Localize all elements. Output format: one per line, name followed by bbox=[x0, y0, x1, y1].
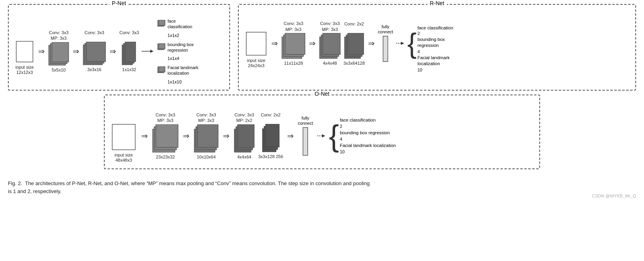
pnet-out3-icon bbox=[157, 66, 166, 74]
rnet-layer3-dim: 3x3x64128 bbox=[343, 61, 365, 66]
pnet-out3-num: 1x1x10 bbox=[168, 79, 199, 84]
pnet-input: input size 12x12x3 bbox=[14, 27, 35, 75]
onet-layer1-label: Conv: 3x3 MP: 3x3 bbox=[155, 112, 175, 124]
pnet-title: P-Net bbox=[109, 0, 128, 6]
onet-out2: bounding box regression bbox=[340, 130, 396, 135]
rnet-arrow2: ⇒ bbox=[308, 39, 316, 48]
rnet-output-area: { face classification 2 bounding boxregr… bbox=[407, 25, 453, 61]
svg-rect-18 bbox=[246, 32, 266, 55]
svg-rect-34 bbox=[156, 124, 178, 147]
onet-input-label: input size 48x48x3 bbox=[115, 153, 133, 163]
onet-layer4-svg bbox=[262, 124, 280, 153]
rnet-layer1-label: Conv: 3x3 MP: 3x3 bbox=[284, 21, 303, 32]
svg-rect-17 bbox=[159, 66, 165, 72]
rnet-content: input size 24x24x3 ⇒ Conv: 3x3 MP: 3x3 1… bbox=[244, 18, 630, 68]
rnet-fc-svg bbox=[382, 35, 389, 62]
pnet-out2-num: 1x1x4 bbox=[168, 56, 199, 61]
rnet-layer1: Conv: 3x3 MP: 3x3 11x11x28 bbox=[281, 21, 306, 66]
pnet-layer3-label: Conv: 3x3 bbox=[119, 30, 139, 41]
onet-dash-arrow bbox=[317, 132, 325, 140]
onet-layer2-label: Conv: 3x3 MP: 3x3 bbox=[196, 112, 216, 124]
svg-rect-28 bbox=[383, 36, 388, 62]
rnet-brace: { bbox=[407, 29, 416, 57]
svg-rect-13 bbox=[159, 20, 165, 25]
onet-out2-num: 4 bbox=[340, 137, 396, 141]
rnet-arrow3: ⇒ bbox=[367, 39, 376, 48]
onet-output-area: { face classification 2 bounding box reg… bbox=[329, 117, 396, 155]
onet-content: input size 48x48x3 ⇒ Conv: 3x3 MP: 3x3 2… bbox=[110, 109, 534, 163]
onet-box: O-Net input size 48x48x3 ⇒ Conv: 3x3 MP:… bbox=[104, 95, 540, 169]
onet-out1-num: 2 bbox=[340, 124, 396, 129]
rnet-dash-arrow bbox=[396, 39, 404, 47]
onet-fc-svg bbox=[302, 127, 309, 156]
onet-layer4: Conv: 2x2 3x3x128 256 bbox=[258, 112, 283, 159]
arrow3: ⇒ bbox=[109, 46, 117, 56]
rnet-input-svg bbox=[244, 30, 268, 57]
rnet-out1: face classification bbox=[418, 25, 453, 30]
onet-out3-num: 10 bbox=[340, 149, 396, 154]
pnet-out1-label: faceclassification bbox=[168, 18, 192, 30]
pnet-out2-label: bounding boxregression bbox=[168, 42, 194, 53]
onet-layer2-svg bbox=[194, 124, 219, 154]
rnet-brace-items: face classification 2 bounding boxregres… bbox=[418, 25, 453, 61]
svg-marker-11 bbox=[150, 50, 153, 53]
onet-arrow2: ⇒ bbox=[182, 131, 190, 141]
onet-out3: Facial landmark localization bbox=[340, 143, 396, 148]
caption-text: Fig. 2. The architectures of P-Net, R-Ne… bbox=[8, 180, 563, 195]
rnet-layer3-svg bbox=[344, 33, 364, 60]
onet-arrow3: ⇒ bbox=[222, 131, 230, 141]
rnet-layer2-label: Conv: 3x3 MP: 3x3 bbox=[320, 21, 340, 32]
onet-input-svg bbox=[110, 122, 137, 152]
pnet-layer3-svg bbox=[121, 42, 137, 66]
onet-layer1-dim: 23x23x32 bbox=[156, 155, 175, 160]
onet-layer4-label: Conv: 2x2 bbox=[261, 112, 281, 123]
onet-layer2: Conv: 3x3 MP: 3x3 10x10x64 bbox=[194, 112, 219, 160]
onet-layer3: Conv: 3x3 MP: 2x2 4x4x64 bbox=[234, 112, 255, 160]
svg-rect-27 bbox=[348, 33, 364, 54]
pnet-layer1-svg bbox=[48, 42, 69, 67]
pnet-input-svg bbox=[14, 39, 35, 64]
rnet-fc: fully connect bbox=[378, 24, 393, 62]
pnet-layer1: Conv: 3x3 MP: 3x3 5x5x10 bbox=[48, 30, 69, 73]
onet-arrow1: ⇒ bbox=[140, 131, 149, 141]
onet-layer3-svg bbox=[234, 124, 255, 154]
svg-rect-15 bbox=[159, 43, 165, 49]
pnet-layer2-svg bbox=[82, 42, 106, 66]
pnet-layer2-dim: 3x3x16 bbox=[87, 67, 101, 72]
svg-rect-21 bbox=[285, 33, 305, 54]
svg-rect-3 bbox=[52, 42, 69, 62]
watermark: CSDN @WYKB_Mr_Q bbox=[8, 193, 636, 198]
svg-rect-24 bbox=[323, 33, 340, 54]
onet-row: O-Net input size 48x48x3 ⇒ Conv: 3x3 MP:… bbox=[8, 95, 636, 169]
main-container: P-Net input size 12x12x3 ⇒ Conv: 3x3 MP:… bbox=[8, 4, 636, 198]
pnet-out2-icon bbox=[157, 43, 166, 51]
svg-marker-46 bbox=[322, 134, 325, 137]
pnet-layer2-label: Conv: 3x3 bbox=[84, 30, 104, 41]
onet-fc-label: fully connect bbox=[298, 116, 313, 126]
pnet-branch-arrow bbox=[142, 47, 153, 55]
pnet-layer1-dim: 5x5x10 bbox=[52, 68, 65, 73]
onet-dash bbox=[316, 132, 326, 140]
rnet-arrow1: ⇒ bbox=[270, 39, 279, 48]
pnet-input-label: input size 12x12x3 bbox=[15, 65, 34, 75]
onet-title: O-Net bbox=[312, 91, 332, 97]
rnet-fc-label: fully connect bbox=[378, 24, 393, 35]
rnet-dash bbox=[395, 39, 405, 47]
pnet-layer3-dim: 1x1x32 bbox=[122, 67, 136, 72]
svg-rect-31 bbox=[112, 124, 135, 150]
rnet-layer3: Conv: 2x2 3x3x64128 bbox=[343, 21, 365, 66]
rnet-out3: Facial landmarklocalization bbox=[418, 55, 453, 67]
pnet-outputs: faceclassification 1x1x2 bounding boxreg… bbox=[157, 18, 199, 84]
pnet-out3-label: Facial landmarklocalization bbox=[168, 65, 199, 76]
svg-marker-30 bbox=[401, 42, 404, 45]
onet-layer4-dim: 3x3x128 256 bbox=[258, 154, 283, 159]
rnet-layer3-label: Conv: 2x2 bbox=[344, 21, 364, 32]
pnet-out1-icon bbox=[157, 20, 166, 28]
onet-input: input size 48x48x3 bbox=[110, 109, 137, 163]
rnet-layer2-dim: 4x4x48 bbox=[323, 61, 337, 66]
rnet-input-label: input size 24x24x3 bbox=[247, 58, 265, 68]
onet-brace-items: face classification 2 bounding box regre… bbox=[340, 117, 396, 155]
pnet-box: P-Net input size 12x12x3 ⇒ Conv: 3x3 MP:… bbox=[8, 4, 230, 91]
pnet-out1-num: 1x1x2 bbox=[168, 33, 199, 38]
pnet-layer2: Conv: 3x3 3x3x16 bbox=[82, 30, 106, 72]
